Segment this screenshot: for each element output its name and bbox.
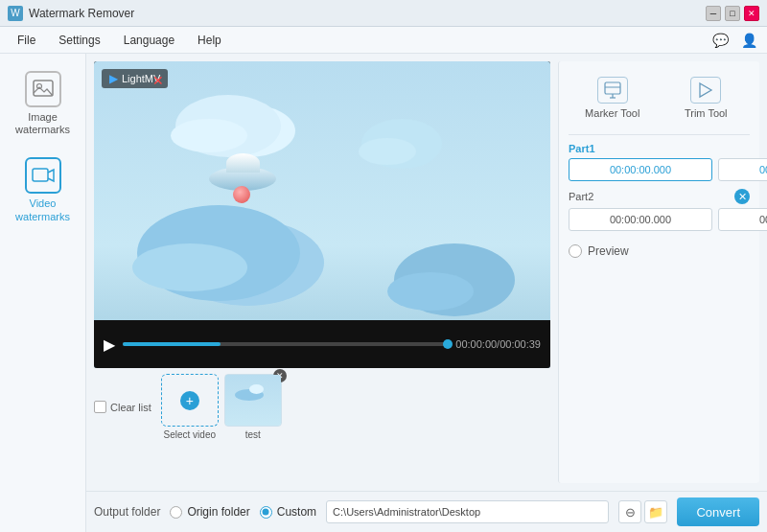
right-panel: Marker Tool Trim Tool Part1 — [558, 61, 759, 483]
maximize-button[interactable]: □ — [725, 6, 740, 21]
cloud-2 — [359, 138, 416, 165]
files-row: Clear list + Select video ✕ — [94, 368, 550, 444]
output-path-input[interactable] — [326, 500, 609, 523]
watermark-close-icon[interactable]: ✕ — [152, 73, 164, 88]
marker-tool-button[interactable]: Marker Tool — [569, 71, 657, 125]
convert-button[interactable]: Convert — [677, 497, 759, 526]
tools-row: Marker Tool Trim Tool — [569, 71, 750, 135]
user-icon[interactable]: 👤 — [738, 30, 759, 51]
app-icon: W — [8, 6, 23, 21]
video-container: ▶ LightMV ✕ ▶ 00:00:00/00:00:39 — [94, 61, 550, 368]
origin-folder-label: Origin folder — [187, 505, 249, 519]
close-button[interactable]: ✕ — [744, 6, 759, 21]
custom-label: Custom — [277, 505, 316, 519]
trim-tool-icon — [690, 77, 721, 104]
part2-label: Part2 — [569, 191, 593, 202]
custom-option: Custom — [260, 505, 316, 519]
preview-row: Preview — [569, 244, 750, 258]
menu-file[interactable]: File — [8, 30, 45, 51]
cloud-1 — [171, 119, 247, 152]
part2-remove-button[interactable]: ✕ — [734, 189, 750, 204]
progress-bar[interactable] — [123, 342, 448, 346]
main-layout: Image watermarks Video watermarks — [0, 54, 767, 532]
add-video-button[interactable]: + — [161, 374, 219, 427]
folder-open-button[interactable]: 📁 — [644, 500, 667, 523]
menu-settings[interactable]: Settings — [49, 30, 109, 51]
output-bar: Output folder Origin folder Custom ⊖ 📁 C… — [86, 491, 767, 532]
marker-tool-label: Marker Tool — [585, 107, 639, 119]
output-folder-label: Output folder — [94, 505, 160, 519]
sidebar: Image watermarks Video watermarks — [0, 54, 86, 532]
ufo-dome — [226, 153, 260, 173]
add-video-label: Select video — [164, 429, 216, 440]
clear-list-checkbox[interactable] — [94, 401, 106, 413]
thumb-label: test — [245, 429, 261, 440]
cloud-3 — [132, 243, 247, 291]
sidebar-item-image-watermarks[interactable]: Image watermarks — [7, 63, 80, 144]
ufo-ball — [233, 186, 250, 203]
menu-language[interactable]: Language — [114, 30, 184, 51]
menu-help[interactable]: Help — [188, 30, 231, 51]
progress-fill — [123, 342, 221, 346]
video-thumbnail[interactable]: ✕ — [224, 374, 282, 427]
trim-tool-label: Trim Tool — [685, 107, 728, 119]
origin-folder-option: Origin folder — [170, 505, 249, 519]
video-section: ▶ LightMV ✕ ▶ 00:00:00/00:00:39 — [94, 61, 550, 483]
trim-tool-button[interactable]: Trim Tool — [662, 71, 751, 125]
window-controls: ─ □ ✕ — [706, 6, 759, 21]
part2-start-input[interactable] — [569, 208, 712, 231]
svg-rect-2 — [33, 169, 48, 181]
video-panel-row: ▶ LightMV ✕ ▶ 00:00:00/00:00:39 — [86, 54, 767, 491]
custom-radio[interactable] — [260, 506, 272, 519]
video-watermarks-icon — [25, 157, 61, 194]
chat-icon[interactable]: 💬 — [709, 30, 731, 51]
folder-action-buttons: ⊖ 📁 — [618, 500, 667, 523]
part2-end-input[interactable] — [718, 208, 767, 231]
play-button[interactable]: ▶ — [104, 335, 115, 354]
minimize-button[interactable]: ─ — [706, 6, 721, 21]
title-bar: W Watermark Remover ─ □ ✕ — [0, 0, 767, 27]
svg-rect-0 — [34, 81, 53, 96]
preview-label: Preview — [588, 244, 629, 258]
origin-folder-radio[interactable] — [170, 506, 182, 519]
sidebar-item-video-watermarks[interactable]: Video watermarks — [7, 150, 80, 230]
preview-checkbox[interactable] — [569, 244, 582, 258]
cloud-4 — [387, 272, 474, 311]
app-title: Watermark Remover — [29, 7, 706, 20]
watermark-badge: ▶ LightMV ✕ — [102, 69, 168, 88]
video-controls: ▶ 00:00:00/00:00:39 — [94, 320, 550, 368]
progress-dot — [443, 339, 453, 349]
part1-start-input[interactable] — [569, 158, 712, 181]
image-watermarks-icon — [25, 71, 61, 107]
time-display: 00:00:00/00:00:39 — [455, 338, 541, 350]
svg-marker-7 — [700, 83, 711, 97]
part1-end-input[interactable] — [718, 158, 767, 181]
menu-bar: File Settings Language Help 💬 👤 — [0, 27, 767, 54]
clear-list-label: Clear list — [110, 402, 151, 413]
part1-label: Part1 — [569, 143, 750, 154]
svg-rect-3 — [605, 82, 620, 94]
part2-section: Part2 ✕ — [569, 189, 750, 231]
marker-tool-icon — [597, 77, 628, 104]
sidebar-video-label: Video watermarks — [11, 197, 76, 222]
content-area: ▶ LightMV ✕ ▶ 00:00:00/00:00:39 — [86, 54, 767, 532]
sidebar-image-label: Image watermarks — [11, 111, 76, 136]
add-plus-icon: + — [180, 391, 199, 410]
folder-reduce-button[interactable]: ⊖ — [618, 500, 641, 523]
part1-section: Part1 — [569, 143, 750, 181]
clear-list-button[interactable]: Clear list — [94, 401, 151, 413]
